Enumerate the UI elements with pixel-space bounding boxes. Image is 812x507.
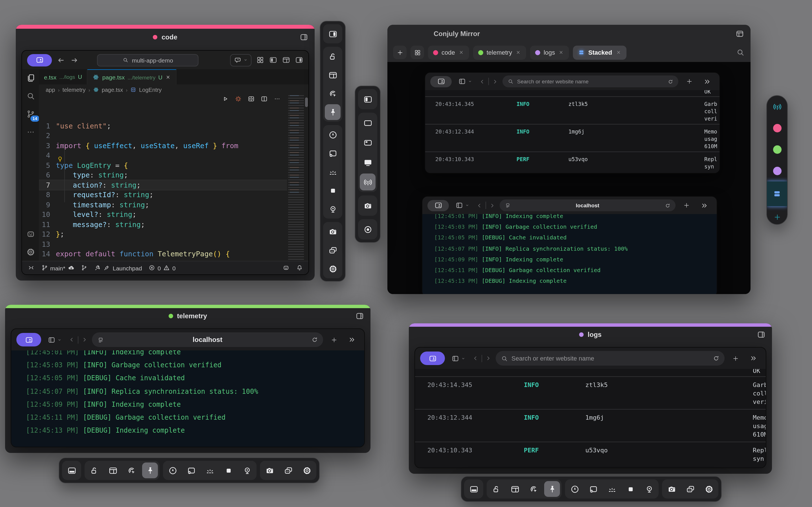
telemetry-titlebar[interactable]: telemetry <box>5 308 370 324</box>
profile-button[interactable] <box>430 76 452 87</box>
dock-icon[interactable] <box>360 221 375 238</box>
sidebar-button[interactable] <box>449 352 468 364</box>
traffic-light[interactable] <box>416 332 422 338</box>
mirror-tab[interactable]: code <box>428 45 469 59</box>
address-bar[interactable]: Search or enter website name <box>502 75 678 87</box>
sidebar-toggle-icon[interactable] <box>299 33 308 42</box>
dock-icon[interactable] <box>641 481 657 497</box>
dock-icon[interactable] <box>360 197 375 214</box>
dock-icon[interactable] <box>360 114 375 131</box>
dock-icon[interactable] <box>325 86 341 101</box>
nav-buttons[interactable] <box>476 199 496 212</box>
lightbulb-icon[interactable] <box>56 156 64 163</box>
dock-icon[interactable] <box>325 26 341 42</box>
mirror-tab[interactable]: logs <box>530 45 569 59</box>
breadcrumb[interactable]: app› telemetry› page.tsx› LogEntry <box>39 84 308 95</box>
new-tab-button[interactable] <box>393 46 407 59</box>
dock-icon[interactable] <box>466 481 481 497</box>
sidebar-button[interactable] <box>453 199 472 212</box>
dock-icon[interactable] <box>325 104 341 120</box>
dock-icon[interactable] <box>142 462 158 478</box>
dock-icon[interactable] <box>325 127 341 143</box>
launchpad-item[interactable]: Launchpad <box>94 265 142 272</box>
code-titlebar[interactable]: code <box>16 29 315 46</box>
dock-icon[interactable] <box>325 145 341 161</box>
chat-button[interactable] <box>230 54 252 66</box>
sidebar-button[interactable] <box>456 75 475 88</box>
profile-button[interactable] <box>27 54 52 66</box>
dock-icon[interactable] <box>123 462 139 478</box>
search-icon[interactable] <box>736 48 745 57</box>
log-table-row[interactable]: 20:43:14.345 INFO ztl3k5 Garb coll veri <box>415 376 766 409</box>
new-tab-button[interactable] <box>682 75 696 88</box>
dock-icon[interactable] <box>622 481 638 497</box>
log-table-row[interactable]: 20:43:12.344 INFO 1mg6j Memo usag 610M <box>425 124 719 152</box>
dock-icon[interactable] <box>360 173 375 190</box>
overflow-button[interactable] <box>746 351 761 365</box>
dock-icon[interactable] <box>325 164 341 180</box>
overflow-button[interactable] <box>697 199 712 212</box>
dock-icon[interactable] <box>262 462 277 478</box>
profile-button[interactable] <box>420 351 445 365</box>
address-bar[interactable]: localhost <box>92 332 323 347</box>
mirror-titlebar[interactable]: Conjuly Mirror <box>388 25 751 43</box>
problems-indicator[interactable]: 0 0 <box>148 265 175 272</box>
dock-icon[interactable] <box>682 481 698 497</box>
panel-right-toggle-icon[interactable] <box>295 56 303 64</box>
dock-icon[interactable] <box>325 261 341 277</box>
dock-icon[interactable] <box>360 91 375 108</box>
more-actions-icon[interactable] <box>273 95 281 103</box>
panel-bottom-toggle-icon[interactable] <box>282 56 290 64</box>
editor-scrollbar[interactable] <box>305 98 308 107</box>
address-bar[interactable]: Search or enter website name <box>496 351 725 365</box>
dock-icon[interactable] <box>299 462 315 478</box>
nav-buttons[interactable] <box>479 75 499 88</box>
mirror-tab[interactable]: telemetry <box>473 45 526 59</box>
sidebar-button[interactable] <box>45 334 64 346</box>
sidebar-toggle-icon[interactable] <box>355 312 364 321</box>
broadcast-item[interactable] <box>767 96 787 117</box>
traffic-light[interactable] <box>426 332 433 338</box>
reload-icon[interactable] <box>311 336 318 343</box>
more-views-icon[interactable] <box>26 127 35 137</box>
log-table-row[interactable]: 20:43:10.343 PERF u53vqo Repl syn <box>415 442 766 467</box>
dock-icon[interactable] <box>325 242 341 258</box>
overflow-button[interactable] <box>700 75 714 88</box>
code-window-dot[interactable] <box>767 117 787 138</box>
split-editor-icon[interactable] <box>260 95 268 103</box>
git-graph-icon[interactable] <box>81 265 88 272</box>
split-sync-icon[interactable] <box>248 95 255 103</box>
dock-icon[interactable] <box>64 462 80 478</box>
reload-icon[interactable] <box>668 78 673 84</box>
profile-button[interactable] <box>16 333 41 346</box>
traffic-light[interactable] <box>405 31 412 37</box>
dock-icon[interactable] <box>325 48 341 64</box>
dock-icon[interactable] <box>220 462 236 478</box>
dock-icon[interactable] <box>280 462 296 478</box>
logs-window-dot[interactable] <box>767 160 787 181</box>
remote-icon[interactable] <box>28 265 35 272</box>
address-bar[interactable]: localhost <box>500 200 675 211</box>
log-table-row[interactable]: 20:43:10.343 PERF u53vqo Repl syn <box>425 152 719 173</box>
reload-icon[interactable] <box>713 355 719 362</box>
branch-indicator[interactable]: main* <box>41 265 75 272</box>
explorer-icon[interactable] <box>26 73 35 83</box>
layout-customize-icon[interactable] <box>256 56 264 64</box>
sidebar-toggle-icon[interactable] <box>757 330 766 339</box>
traffic-light[interactable] <box>33 34 40 40</box>
dock-icon[interactable] <box>664 481 679 497</box>
dock-icon[interactable] <box>325 224 341 239</box>
dock-icon[interactable] <box>604 481 620 497</box>
forward-button[interactable] <box>70 55 79 64</box>
tab-overview-button[interactable] <box>410 46 424 59</box>
dock-icon[interactable] <box>567 481 582 497</box>
dock-icon[interactable] <box>183 462 199 478</box>
dock-icon[interactable] <box>507 481 523 497</box>
stacked-item[interactable] <box>767 181 787 206</box>
editor-tab[interactable]: page.tsx .../telemetry U <box>88 69 176 84</box>
dock-icon[interactable] <box>360 154 375 171</box>
profile-button[interactable] <box>427 200 449 211</box>
dock-icon[interactable] <box>165 462 181 478</box>
code-editor[interactable]: 1"use client"; 2 3import { useEffect, us… <box>39 95 308 261</box>
run-icon[interactable] <box>221 95 229 103</box>
